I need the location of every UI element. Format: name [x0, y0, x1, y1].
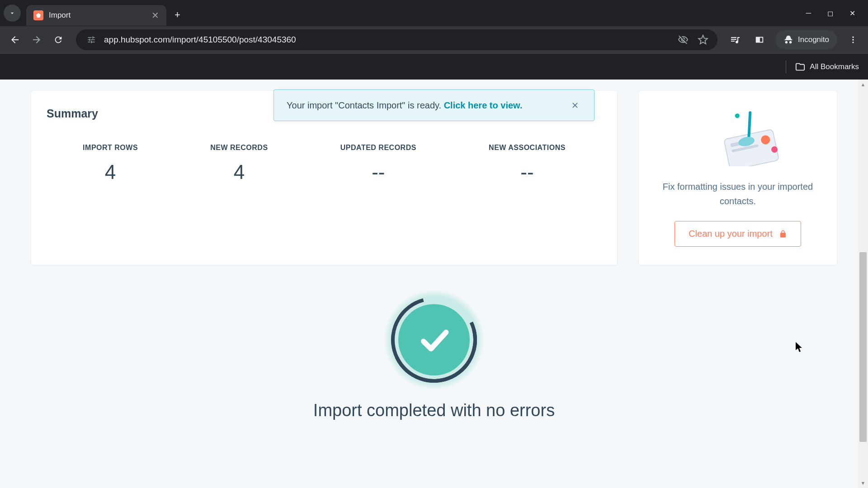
reload-button[interactable] [50, 31, 67, 48]
hubspot-favicon [33, 10, 43, 20]
stat-import-rows: IMPORT ROWS 4 [83, 144, 138, 183]
back-button[interactable] [6, 31, 24, 48]
panel-icon [755, 35, 764, 45]
lock-icon [779, 230, 787, 238]
incognito-label: Incognito [798, 35, 829, 44]
cleanup-card: Fix formatting issues in your imported c… [638, 90, 837, 265]
site-info-button[interactable] [85, 33, 98, 46]
scrollbar-track[interactable] [858, 89, 868, 478]
reload-icon [53, 35, 63, 45]
browser-menu-button[interactable] [844, 31, 862, 48]
forward-button[interactable] [28, 31, 45, 48]
import-ready-toast: Your import "Contacts Import" is ready. … [274, 89, 594, 121]
kebab-icon [849, 35, 858, 44]
minimize-button[interactable]: ─ [806, 9, 811, 18]
svg-point-2 [852, 42, 854, 43]
stat-new-records: NEW RECORDS 4 [210, 144, 268, 183]
close-window-button[interactable]: ✕ [849, 9, 855, 18]
completion-section: Import completed with no errors [0, 297, 868, 420]
window-controls: ─ ◻ ✕ [806, 9, 864, 18]
close-icon [571, 101, 580, 110]
maximize-button[interactable]: ◻ [827, 9, 833, 18]
page-content: Your import "Contacts Import" is ready. … [0, 80, 868, 488]
new-tab-button[interactable]: + [175, 9, 180, 21]
all-bookmarks-button[interactable]: All Bookmarks [810, 62, 859, 71]
incognito-icon [783, 35, 793, 45]
star-icon[interactable] [698, 34, 708, 45]
incognito-indicator[interactable]: Incognito [775, 30, 837, 49]
stat-updated-records: UPDATED RECORDS -- [340, 144, 416, 183]
address-bar[interactable]: app.hubspot.com/import/45105500/post/430… [76, 29, 717, 50]
stat-new-associations: NEW ASSOCIATIONS -- [489, 144, 566, 183]
vertical-scrollbar[interactable]: ▲ ▼ [858, 80, 868, 488]
scroll-up-button[interactable]: ▲ [858, 80, 868, 89]
chevron-down-icon [9, 9, 16, 17]
cleanup-button-label: Clean up your import [689, 229, 773, 239]
stat-value: -- [489, 161, 566, 183]
toast-message: Your import "Contacts Import" is ready. [287, 100, 444, 110]
stat-value: 4 [210, 161, 268, 183]
toast-text: Your import "Contacts Import" is ready. … [287, 100, 522, 111]
scroll-down-button[interactable]: ▼ [858, 478, 868, 488]
playlist-icon [730, 34, 741, 45]
side-panel-button[interactable] [751, 31, 768, 48]
divider [786, 61, 786, 73]
stat-label: UPDATED RECORDS [340, 144, 416, 152]
toast-view-link[interactable]: Click here to view. [444, 100, 523, 110]
tune-icon [87, 35, 96, 44]
toolbar-right: Incognito [726, 30, 862, 49]
browser-toolbar: app.hubspot.com/import/45105500/post/430… [0, 26, 868, 53]
browser-chrome: Import ✕ + ─ ◻ ✕ app.hubspot.com/import/… [0, 0, 868, 80]
svg-point-0 [852, 37, 854, 38]
media-button[interactable] [726, 31, 744, 48]
cleanup-illustration [651, 105, 824, 169]
success-check-icon [391, 297, 477, 383]
tab-search-button[interactable] [4, 5, 21, 22]
scrollbar-thumb[interactable] [859, 252, 867, 442]
close-tab-button[interactable]: ✕ [151, 10, 159, 21]
eye-off-icon[interactable] [678, 34, 689, 45]
toast-close-button[interactable] [569, 99, 581, 112]
tab-title: Import [49, 11, 146, 20]
arrow-left-icon [9, 34, 20, 45]
svg-point-10 [735, 113, 740, 118]
folder-icon [795, 62, 805, 72]
bookmarks-bar: All Bookmarks [0, 53, 868, 80]
svg-point-1 [852, 39, 854, 40]
arrow-right-icon [31, 34, 42, 45]
browser-tab[interactable]: Import ✕ [26, 5, 166, 26]
cleanup-text: Fix formatting issues in your imported c… [651, 179, 824, 208]
stat-value: 4 [83, 161, 138, 183]
stat-label: NEW RECORDS [210, 144, 268, 152]
stat-value: -- [340, 161, 416, 183]
url-text: app.hubspot.com/import/45105500/post/430… [104, 35, 671, 45]
stat-label: IMPORT ROWS [83, 144, 138, 152]
stat-label: NEW ASSOCIATIONS [489, 144, 566, 152]
summary-stats: IMPORT ROWS 4 NEW RECORDS 4 UPDATED RECO… [47, 144, 602, 183]
completion-message: Import completed with no errors [0, 401, 868, 420]
cleanup-import-button[interactable]: Clean up your import [675, 221, 801, 247]
browser-titlebar: Import ✕ + ─ ◻ ✕ [0, 0, 868, 26]
